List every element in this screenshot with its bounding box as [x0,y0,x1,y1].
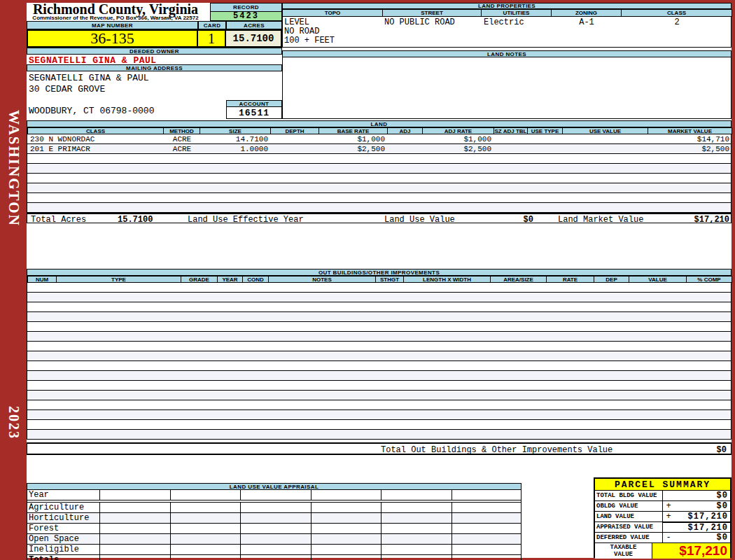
parcel-row-label: TOTAL BLDG VALUE [595,491,663,501]
table-cell: $2,500 [319,145,388,153]
out-building-empty-row [27,342,731,351]
land-totals-row: Total Acres15.7100Land Use Effective Yea… [27,213,732,223]
column-header: ZONING [552,9,622,17]
column-header: RATE [547,276,594,283]
appraisal-row: Ineligible [27,545,521,555]
parcel-row-value: $0 [674,491,730,501]
table-cell: 201 E PRIMACR [27,145,164,153]
appraisal-cell [171,534,241,544]
parcel-summary-row: APPRAISED VALUE$17,210 [595,522,730,533]
out-building-empty-row [27,381,731,391]
appraisal-cell [452,503,522,512]
table-cell: ACRE [164,135,200,144]
appraisal-cell [171,524,241,533]
taxable-label-line: VALUE [614,551,633,558]
record-box: RECORD 5423 [210,3,282,21]
appraisal-row-label: Agriculture [27,503,100,512]
appraisal-cell [100,503,171,512]
appraisal-row: Open Space [27,534,521,545]
zoning-value: A-1 [552,18,622,27]
street-value: NO PUBLIC ROAD [384,18,455,27]
appraisal-cell [100,545,171,554]
appraisal-cell [382,503,452,512]
out-building-empty-row [27,351,731,361]
appraisal-cell [241,524,312,533]
out-building-empty-row [27,302,731,312]
appraisal-row: Forest [27,524,521,534]
land-total-item: $17,210 [685,215,729,225]
column-header: STREET [383,9,482,17]
column-header: LENGTH X WIDTH [404,276,491,283]
appraisal-cell [452,545,522,554]
land-total-item: $0 [489,215,533,225]
out-buildings-rows [27,283,732,440]
land-section-title: LAND [27,120,732,127]
appraisal-cell [171,490,241,500]
appraisal-row-label: Totals [27,555,100,560]
parcel-summary-row: OBLDG VALUE+$0 [595,501,730,512]
land-properties-headers: TOPOSTREETUTILITIESZONINGCLASS [283,9,731,17]
land-properties-title: LAND PROPERTIES [282,3,732,9]
appraisal-cell [100,524,171,533]
deeded-owner-value: SEGNATELLI GINA & PAUL [27,55,282,64]
appraisal-cell [171,513,241,523]
out-building-empty-row [27,283,731,293]
card-label: CARD [198,21,226,29]
appraisal-cell [100,555,171,560]
record-value: 5423 [210,12,282,21]
out-building-empty-row [27,430,731,440]
land-use-appraisal-table: LAND USE VALUE APPRAISAL YearAgriculture… [27,483,522,558]
land-empty-row [27,203,731,213]
taxable-value-amount: $17,210 [652,543,730,559]
parcel-row-value: $0 [674,533,730,543]
out-building-empty-row [27,391,731,400]
appraisal-cell [382,513,452,523]
column-header: COND [243,276,269,283]
column-header: MARKET VALUE [648,127,732,134]
column-header: DEPTH [271,127,319,134]
parcel-row-operator [663,491,674,501]
land-notes-box [282,57,732,119]
table-cell: 14.7100 [200,135,271,144]
parcel-row-operator: + [663,501,674,512]
parcel-row-operator: + [663,512,674,522]
appraisal-cell [382,534,452,544]
appraisal-cell [241,513,312,523]
appraisal-cell [382,524,452,533]
land-total-item: Land Use Value [384,215,455,225]
table-cell: $14,710 [648,135,732,144]
land-properties-values: LEVELNO ROAD100 + FEETNO PUBLIC ROADElec… [283,17,731,47]
appraisal-cell [382,555,452,560]
parcel-summary-title: PARCEL SUMMARY [595,479,730,491]
parcel-row-value: $17,210 [674,512,730,522]
column-header: TOPO [283,9,383,17]
column-header: DEP [594,276,629,283]
land-properties-box: LAND PROPERTIES TOPOSTREETUTILITIESZONIN… [282,3,732,48]
land-total-item: Total Acres [31,215,86,225]
out-buildings-headers: NUMTYPEGRADEYEARCONDNOTESSTHGTLENGTH X W… [27,276,732,283]
out-building-empty-row [27,400,731,410]
out-building-empty-row [27,420,731,430]
land-use-appraisal-title: LAND USE VALUE APPRAISAL [27,483,522,490]
table-cell: 230 N WDNORDAC [27,135,164,144]
table-cell: $2,500 [648,145,732,153]
land-empty-row [27,164,731,174]
column-header: NUM [27,276,57,283]
table-cell: $1,000 [319,135,388,144]
column-header: VALUE [629,276,687,283]
parcel-summary-row: LAND VALUE+$17,210 [595,512,730,522]
appraisal-cell [312,513,382,523]
taxable-value-label: TAXABLEVALUE [595,543,652,559]
column-header: USE VALUE [563,127,648,134]
appraisal-cell [171,545,241,554]
column-header: GRADE [181,276,218,283]
map-number-label: MAP NUMBER [27,21,198,29]
county-title-block: Richmond County, Virginia Commissioner o… [31,3,200,21]
land-empty-row [27,174,731,183]
out-building-empty-row [27,361,731,371]
land-empty-row [27,183,731,193]
parcel-summary-row: TOTAL BLDG VALUE$0 [595,491,730,501]
land-empty-row [27,154,731,164]
column-header: METHOD [164,127,200,134]
appraisal-row-label: Horticulture [27,513,100,523]
